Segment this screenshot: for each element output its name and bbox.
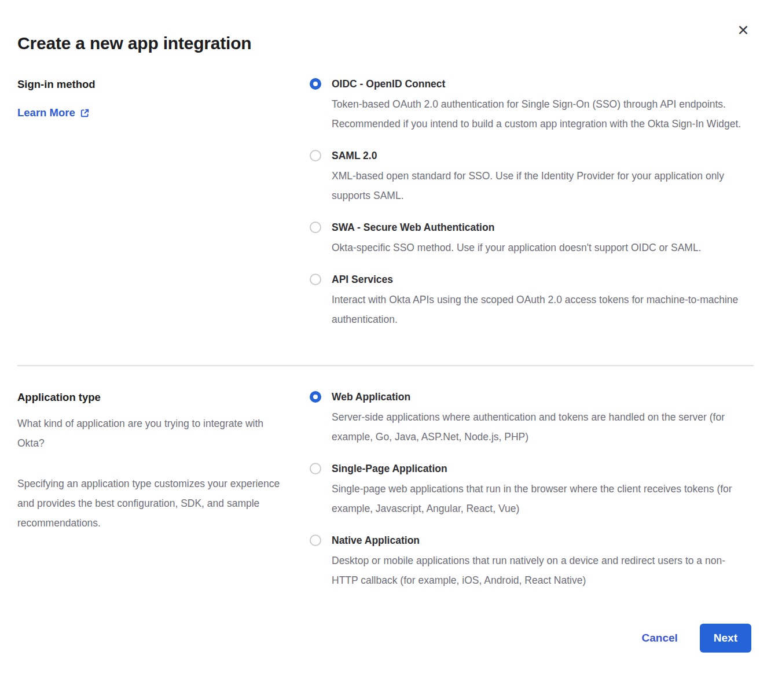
apptype-option-spa[interactable]: Single-Page Application Single-page web … (310, 462, 754, 518)
signin-method-left-column: Sign-in method Learn More (17, 78, 310, 119)
signin-method-options: OIDC - OpenID Connect Token-based OAuth … (310, 78, 754, 329)
section-divider (17, 365, 754, 366)
radio-unselected-icon[interactable] (310, 463, 321, 474)
application-type-left-column: Application type What kind of applicatio… (17, 390, 310, 533)
signin-option-swa-description: Okta-specific SSO method. Use if your ap… (332, 238, 701, 257)
radio-unselected-icon[interactable] (310, 535, 321, 546)
apptype-option-spa-description: Single-page web applications that run in… (332, 479, 744, 518)
signin-option-oidc-label: OIDC - OpenID Connect (332, 78, 744, 91)
signin-method-label: Sign-in method (17, 78, 303, 91)
application-type-question: What kind of application are you trying … (17, 414, 289, 453)
application-type-label: Application type (17, 390, 303, 404)
application-type-section: Application type What kind of applicatio… (17, 390, 754, 590)
learn-more-link[interactable]: Learn More (17, 106, 90, 119)
radio-unselected-icon[interactable] (310, 150, 321, 161)
close-icon[interactable]: ✕ (735, 22, 751, 38)
radio-unselected-icon[interactable] (310, 274, 321, 285)
apptype-option-native-description: Desktop or mobile applications that run … (332, 551, 744, 590)
dialog-footer: Cancel Next (17, 624, 754, 653)
radio-selected-icon[interactable] (310, 391, 321, 403)
apptype-option-spa-label: Single-Page Application (332, 462, 744, 476)
cancel-button[interactable]: Cancel (642, 632, 678, 644)
signin-option-saml-label: SAML 2.0 (332, 149, 744, 163)
next-button[interactable]: Next (700, 624, 751, 653)
apptype-option-web[interactable]: Web Application Server-side applications… (310, 390, 754, 447)
apptype-option-native-label: Native Application (332, 534, 744, 547)
application-type-explanation: Specifying an application type customize… (17, 474, 289, 533)
signin-option-oidc-description: Token-based OAuth 2.0 authentication for… (332, 94, 744, 134)
signin-option-swa-label: SWA - Secure Web Authentication (332, 221, 701, 234)
radio-selected-icon[interactable] (310, 78, 321, 90)
signin-method-section: Sign-in method Learn More OIDC - OpenID … (17, 78, 754, 329)
signin-option-oidc[interactable]: OIDC - OpenID Connect Token-based OAuth … (310, 78, 754, 134)
signin-option-swa[interactable]: SWA - Secure Web Authentication Okta-spe… (310, 221, 754, 257)
application-type-options: Web Application Server-side applications… (310, 390, 754, 590)
apptype-option-web-description: Server-side applications where authentic… (332, 407, 744, 447)
apptype-option-web-label: Web Application (332, 390, 744, 404)
dialog-title: Create a new app integration (17, 0, 754, 53)
learn-more-label: Learn More (17, 106, 75, 119)
apptype-option-native[interactable]: Native Application Desktop or mobile app… (310, 534, 754, 590)
signin-option-api-services-description: Interact with Okta APIs using the scoped… (332, 290, 744, 329)
signin-option-api-services-label: API Services (332, 273, 744, 286)
signin-option-api-services[interactable]: API Services Interact with Okta APIs usi… (310, 273, 754, 329)
signin-option-saml[interactable]: SAML 2.0 XML-based open standard for SSO… (310, 149, 754, 205)
signin-option-saml-description: XML-based open standard for SSO. Use if … (332, 166, 744, 205)
radio-unselected-icon[interactable] (310, 222, 321, 233)
external-link-icon (80, 108, 90, 118)
create-app-integration-dialog: ✕ Create a new app integration Sign-in m… (0, 0, 771, 700)
